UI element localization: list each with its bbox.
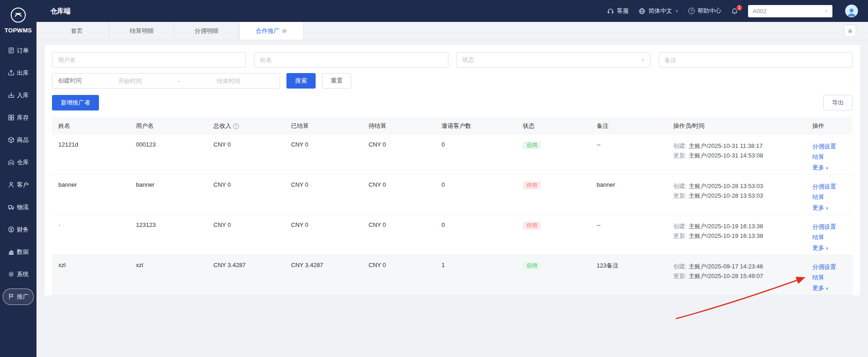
- more-label: 更多: [812, 244, 824, 251]
- cell-total-income: CNY 0: [207, 175, 285, 215]
- cell-invited: 0: [435, 175, 516, 215]
- brand-logo-icon: [10, 6, 27, 24]
- cell-settled: CNY 0: [285, 175, 362, 215]
- cell-status: 启用: [516, 255, 590, 295]
- tab-commission-detail[interactable]: 分佣明细: [174, 22, 239, 40]
- sidebar-item-promotion[interactable]: 推广: [0, 285, 36, 308]
- sidebar-item-label: 订单: [17, 47, 29, 55]
- app-title: 仓库端: [36, 7, 71, 16]
- created-line: 创建:主账户/2025-10-28 13:53:03: [673, 181, 802, 191]
- col-settled: 已结算: [285, 117, 362, 135]
- cell-settled: CNY 0: [285, 135, 362, 174]
- status-badge: 启用: [523, 141, 541, 149]
- cell-remark: --: [590, 215, 667, 255]
- sidebar-item-products[interactable]: 商品: [0, 129, 36, 151]
- notifications-button[interactable]: 1: [731, 8, 738, 15]
- created-value: 主账户/2025-09-17 14:23:46: [689, 263, 763, 270]
- tab-list-menu-button[interactable]: ≡: [844, 25, 856, 37]
- customer-service-button[interactable]: 客服: [607, 7, 629, 15]
- cell-actions: 分佣设置 结算 更多∨: [806, 255, 852, 295]
- sidebar-item-warehouse[interactable]: 仓库: [0, 151, 36, 173]
- search-button[interactable]: 搜索: [286, 73, 316, 89]
- settle-link[interactable]: 结算: [812, 232, 849, 242]
- created-value: 主账户/2025-10-28 13:53:03: [689, 183, 763, 189]
- table-row: banner banner CNY 0 CNY 0 CNY 0 0 停用 ban…: [52, 175, 852, 215]
- sidebar-item-outbound[interactable]: 出库: [0, 62, 36, 84]
- sidebar-item-data[interactable]: 数据: [0, 241, 36, 263]
- promotion-flag-icon: [8, 293, 15, 300]
- cell-actions: 分佣设置 结算 更多∨: [806, 175, 852, 215]
- language-label: 简体中文: [648, 7, 672, 15]
- more-link[interactable]: 更多∨: [812, 162, 849, 173]
- close-icon[interactable]: ⊗: [282, 27, 287, 34]
- chevron-down-icon: ∨: [641, 58, 644, 63]
- sidebar-item-label: 推广: [17, 293, 29, 301]
- username-input[interactable]: [52, 52, 246, 68]
- sidebar-item-customers[interactable]: 客户: [0, 173, 36, 196]
- more-link[interactable]: 更多∨: [812, 242, 849, 254]
- settle-link[interactable]: 结算: [812, 152, 849, 162]
- col-name: 姓名: [52, 117, 130, 135]
- help-center-button[interactable]: ? 帮助中心: [688, 7, 721, 15]
- sidebar-item-inbound[interactable]: 入库: [0, 84, 36, 106]
- settle-link[interactable]: 结算: [812, 192, 849, 202]
- account-select[interactable]: A002 ∨: [748, 5, 832, 17]
- updated-label: 更新:: [673, 273, 687, 279]
- col-remark: 备注: [590, 117, 667, 135]
- settle-link[interactable]: 结算: [812, 272, 849, 283]
- export-button[interactable]: 导出: [823, 95, 852, 110]
- globe-icon: [639, 8, 645, 15]
- sidebar-item-logistics[interactable]: 物流: [0, 196, 36, 218]
- customer-icon: [8, 181, 15, 188]
- cell-settled: CNY 3.4287: [285, 255, 362, 295]
- remark-input[interactable]: [659, 52, 852, 68]
- status-select[interactable]: 状态 ∨: [457, 52, 650, 68]
- end-time-input[interactable]: [183, 78, 274, 84]
- sidebar-item-inner: 物流: [3, 200, 33, 215]
- info-icon[interactable]: ?: [233, 123, 239, 129]
- more-link[interactable]: 更多∨: [812, 202, 849, 214]
- tab-cooperation-promotion[interactable]: 合作推广 ⊗: [239, 22, 304, 40]
- warehouse-icon: [8, 159, 15, 166]
- commission-settings-link[interactable]: 分佣设置: [812, 141, 849, 152]
- tab-label: 首页: [71, 27, 83, 35]
- more-link[interactable]: 更多∨: [812, 283, 849, 294]
- col-operator-time: 操作员/时间: [667, 117, 806, 135]
- sidebar-item-inner: 订单: [3, 43, 33, 58]
- add-promoter-button[interactable]: 新增推广者: [52, 95, 99, 110]
- commission-settings-link[interactable]: 分佣设置: [812, 262, 849, 272]
- chevron-down-icon: ∨: [826, 206, 829, 210]
- cell-actions: 分佣设置 结算 更多∨: [806, 135, 852, 174]
- avatar[interactable]: [845, 5, 858, 17]
- sidebar: TOPWMS 订单 出库 入库 库存: [0, 0, 36, 357]
- sidebar-item-inner: 仓库: [3, 155, 33, 170]
- chevron-down-icon: ∨: [675, 9, 678, 13]
- created-label: 创建:: [673, 263, 687, 270]
- sidebar-item-label: 库存: [17, 114, 29, 122]
- sidebar-item-system[interactable]: 系统: [0, 263, 36, 285]
- commission-settings-link[interactable]: 分佣设置: [812, 221, 849, 232]
- cell-remark: banner: [590, 175, 667, 215]
- cell-username: banner: [130, 175, 207, 215]
- commission-settings-link[interactable]: 分佣设置: [812, 181, 849, 192]
- cell-remark: --: [590, 135, 667, 174]
- updated-value: 主账户/2025-10-19 16:13:38: [689, 232, 763, 239]
- created-value: 主账户/2025-10-31 11:38:17: [689, 142, 763, 149]
- start-time-input[interactable]: [84, 78, 176, 84]
- promoters-table: 姓名 用户名 总收入? 已结算 待结算 邀请客户数 状态 备注 操作员/时间 操…: [52, 117, 852, 295]
- sidebar-item-orders[interactable]: 订单: [0, 39, 36, 62]
- tab-settlement-detail[interactable]: 结算明细: [109, 22, 174, 40]
- tab-home[interactable]: 首页: [45, 22, 109, 40]
- name-input[interactable]: [254, 52, 448, 68]
- reset-button[interactable]: 重置: [322, 73, 351, 89]
- range-separator: -: [178, 78, 180, 84]
- create-time-range-picker[interactable]: 创建时间 -: [52, 73, 280, 89]
- sidebar-item-finance[interactable]: 财务: [0, 218, 36, 241]
- sidebar-item-inventory[interactable]: 库存: [0, 106, 36, 129]
- tab-label: 合作推广: [256, 27, 280, 35]
- language-selector[interactable]: 简体中文 ∨: [639, 7, 678, 15]
- sidebar-item-label: 商品: [17, 136, 29, 144]
- orders-icon: [8, 47, 15, 54]
- sidebar-item-inner: 库存: [3, 110, 33, 126]
- cell-invited: 0: [435, 215, 516, 255]
